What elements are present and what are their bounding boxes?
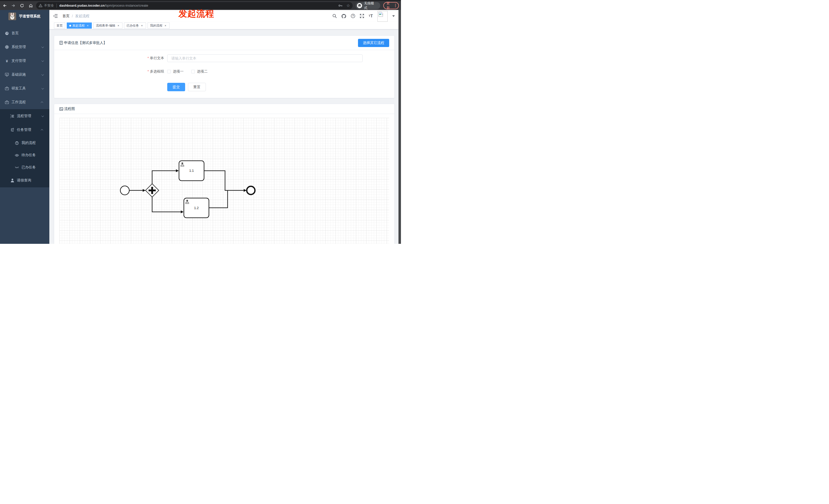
sidebar-item-payment-management[interactable]: ¥ 支付管理 <box>0 54 49 68</box>
bpmn-parallel-gateway[interactable] <box>145 184 159 197</box>
tab-home[interactable]: 首页 <box>54 23 65 29</box>
single-line-text-input[interactable] <box>167 54 363 62</box>
user-icon <box>10 179 14 183</box>
close-icon[interactable]: × <box>164 24 167 27</box>
browser-forward-button[interactable] <box>10 2 17 9</box>
browser-reload-button[interactable] <box>19 2 26 9</box>
tab-label: 发起流程 <box>72 24 85 28</box>
url-host: dashboard.yudao.iocoder.cn <box>59 4 105 7</box>
checkbox-option-2[interactable]: 选项二 <box>191 69 208 74</box>
security-label[interactable]: 不安全 <box>44 3 54 8</box>
sidebar-item-label: 已办任务 <box>22 165 36 170</box>
incognito-icon <box>357 3 362 8</box>
reset-button[interactable]: 重置 <box>188 83 206 91</box>
sidebar-item-home[interactable]: 首页 <box>0 26 49 40</box>
help-icon[interactable]: ? <box>351 14 355 18</box>
sidebar: 芋道管理系统 首页 系统管理 ¥ 支付管理 <box>0 10 49 244</box>
breadcrumb-home[interactable]: 首页 <box>62 14 70 18</box>
sidebar-item-label: 待办任务 <box>22 153 36 157</box>
font-size-icon[interactable]: TT <box>369 14 373 18</box>
close-icon[interactable]: × <box>140 24 143 27</box>
select-other-process-button[interactable]: 选择其它流程 <box>358 39 389 47</box>
chevron-down-icon <box>41 115 44 117</box>
bpmn-user-task-1-2[interactable]: 1.2 <box>184 198 209 218</box>
sidebar-item-leave-query[interactable]: 请假查询 <box>0 173 49 187</box>
tab-process-form-edit[interactable]: 流程表单-编辑× <box>93 23 122 29</box>
submit-button[interactable]: 提交 <box>167 83 185 91</box>
dashboard-icon <box>5 31 9 35</box>
url-path: /bpm/process-instance/create <box>105 4 148 7</box>
browser-back-button[interactable] <box>1 2 9 9</box>
annotation-text: 发起流程 <box>178 8 214 20</box>
document-icon <box>59 41 63 45</box>
sidebar-item-label: 我的流程 <box>22 141 36 145</box>
github-icon[interactable] <box>341 14 346 18</box>
sidebar-item-done-tasks[interactable]: 已办任务 <box>0 161 49 173</box>
sidebar-item-label: 请假查询 <box>17 178 31 183</box>
avatar-caret-icon[interactable] <box>392 15 395 17</box>
sidebar-item-system-management[interactable]: 系统管理 <box>0 40 49 54</box>
chevron-up-icon <box>41 129 43 131</box>
sidebar-item-infrastructure[interactable]: 基础设施 <box>0 68 49 81</box>
warning-icon <box>39 4 42 7</box>
card-header: 流程图 <box>54 104 394 114</box>
browser-scrollbar[interactable] <box>398 10 401 244</box>
sidebar-item-task-management[interactable]: 任务管理 <box>0 123 49 137</box>
picture-icon <box>59 107 63 111</box>
close-icon[interactable]: × <box>117 24 120 27</box>
bpmn-user-task-1-1[interactable]: 1.1 <box>179 161 204 181</box>
face-icon <box>15 141 19 145</box>
flow-task2-to-end <box>209 190 227 208</box>
top-navbar: 首页 / 发起流程 ? TT <box>49 10 401 22</box>
sidebar-item-label: 系统管理 <box>11 45 26 49</box>
briefcase-icon <box>5 100 9 104</box>
key-icon[interactable] <box>338 4 343 7</box>
sidebar-item-my-processes[interactable]: 我的流程 <box>0 137 49 149</box>
update-label: 更新 <box>386 1 393 10</box>
chevron-up-icon <box>41 101 43 104</box>
search-icon[interactable] <box>332 14 337 18</box>
bpmn-start-event[interactable] <box>120 186 130 195</box>
app-logo-row[interactable]: 芋道管理系统 <box>0 10 49 23</box>
task-label: 1.2 <box>194 206 199 210</box>
sidebar-item-label: 工作流程 <box>11 100 26 105</box>
gear-icon <box>5 45 9 49</box>
list-icon <box>10 114 14 118</box>
card-header: 申请信息【测试多审批人】 选择其它流程 <box>54 36 394 50</box>
tab-done-tasks[interactable]: 已办任务× <box>124 23 146 29</box>
chevron-down-icon <box>41 45 44 48</box>
page-content: 申请信息【测试多审批人】 选择其它流程 单行文本 多选框组 选项一 <box>49 29 401 244</box>
tab-my-processes[interactable]: 我的流程× <box>148 23 170 29</box>
flow-task1-to-end <box>204 171 244 190</box>
field-label: 多选框组 <box>146 69 164 74</box>
workflow-submenu: 流程管理 任务管理 我的流程 <box>0 109 49 187</box>
browser-menu-icon[interactable] <box>395 4 396 7</box>
sidebar-item-label: 基础设施 <box>11 72 26 77</box>
briefcase-icon <box>5 86 9 90</box>
card-body: 单行文本 多选框组 选项一 选项二 <box>54 54 394 91</box>
tree-icon <box>10 128 14 132</box>
browser-home-button[interactable] <box>27 2 35 9</box>
breadcrumb-separator: / <box>72 14 73 18</box>
checkbox-icon[interactable] <box>191 70 195 73</box>
close-icon[interactable]: × <box>86 24 89 27</box>
browser-update-button[interactable]: 更新 <box>383 2 399 9</box>
sidebar-item-dev-tools[interactable]: 研发工具 <box>0 81 49 95</box>
checkbox-icon[interactable] <box>167 70 171 73</box>
application-info-card: 申请信息【测试多审批人】 选择其它流程 单行文本 多选框组 选项一 <box>54 36 395 98</box>
flow-gateway-to-task1 <box>152 171 176 184</box>
sidebar-item-process-management[interactable]: 流程管理 <box>0 109 49 123</box>
sidebar-item-todo-tasks[interactable]: 待办任务 <box>0 149 49 161</box>
divider <box>57 4 57 8</box>
bpmn-canvas[interactable]: 1.1 1.2 <box>59 118 389 244</box>
page: 不安全 dashboard.yudao.iocoder.cn/bpm/proce… <box>0 0 401 244</box>
fullscreen-icon[interactable] <box>360 14 364 18</box>
bpmn-end-event[interactable] <box>247 186 255 194</box>
sidebar-fold-button[interactable] <box>53 14 58 18</box>
avatar[interactable] <box>377 11 388 22</box>
card-title: 申请信息【测试多审批人】 <box>59 41 107 45</box>
tab-start-process[interactable]: 发起流程× <box>67 23 92 29</box>
checkbox-option-1[interactable]: 选项一 <box>167 69 184 74</box>
bookmark-star-icon[interactable]: ☆ <box>347 4 350 8</box>
sidebar-item-workflow[interactable]: 工作流程 <box>0 95 49 109</box>
